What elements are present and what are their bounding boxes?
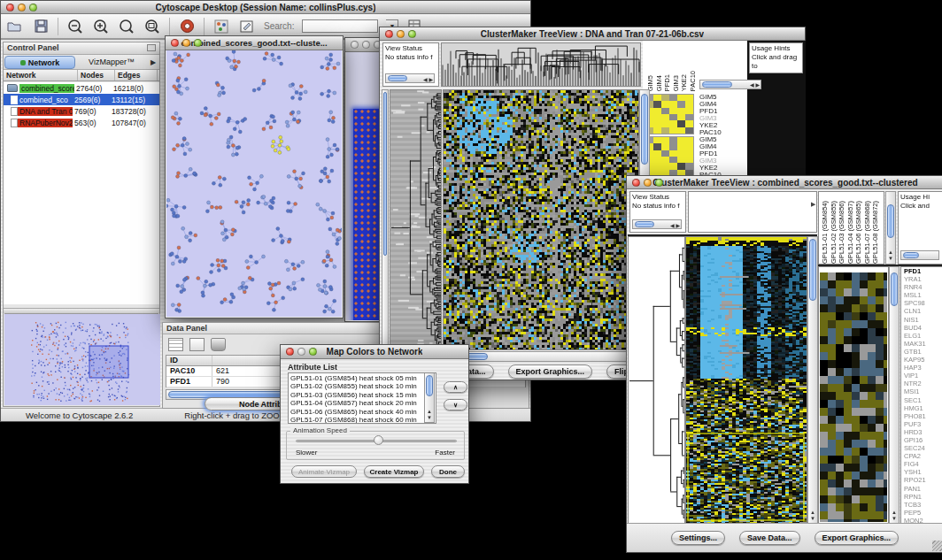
tv2-zoom-heatmap-panel[interactable] xyxy=(818,266,889,525)
search-input[interactable] xyxy=(302,19,378,33)
tv1-heatmap[interactable] xyxy=(443,89,639,350)
close-button[interactable] xyxy=(351,41,359,49)
scroll-arrows-icon[interactable]: ◀ ▶ xyxy=(670,221,680,230)
divider-arrow-icon[interactable]: ▶ xyxy=(811,201,815,208)
tab-overflow-icon[interactable]: ▶ xyxy=(147,58,159,66)
dialog-titlebar[interactable]: Map Colors to Network xyxy=(281,345,468,359)
import-network-icon[interactable] xyxy=(212,18,230,35)
close-button[interactable] xyxy=(385,30,393,38)
scroll-arrows-icon[interactable]: ◀ ▶ xyxy=(750,81,760,88)
open-file-icon[interactable] xyxy=(6,18,24,35)
treeview1-title: ClusterMaker TreeView : DNA and Tran 07-… xyxy=(481,29,704,39)
done-button[interactable]: Done xyxy=(431,465,465,478)
tv1-zoom-matrix-2[interactable] xyxy=(645,136,694,177)
tv2-gene-label: GPI16 xyxy=(904,436,942,444)
birdseye-thumbnail xyxy=(4,314,160,405)
network-table-row[interactable]: DNA and Tran 07769(0)183728(0) xyxy=(4,105,159,117)
slower-label: Slower xyxy=(296,449,317,456)
tv2-gene-label: NTR2 xyxy=(904,380,942,387)
zoom-selected-icon[interactable] xyxy=(118,18,135,35)
annotation-icon[interactable] xyxy=(238,18,256,35)
tv2-gene-label: FIG4 xyxy=(904,460,942,468)
minimize-button[interactable] xyxy=(644,179,652,187)
tv1-left-scrollbar[interactable] xyxy=(382,89,389,350)
tab-network[interactable]: Network xyxy=(4,56,75,69)
network-table-row[interactable]: RNAPuberNov2+I563(0)107847(0) xyxy=(4,117,159,128)
tv1-zoom-matrix-1[interactable] xyxy=(645,94,694,134)
move-down-button[interactable]: ∨ xyxy=(444,399,467,410)
matrix-cell xyxy=(685,163,693,169)
minimize-button[interactable] xyxy=(397,30,405,38)
tab-vizmapper[interactable]: VizMapper™ xyxy=(77,56,146,69)
attribute-list-item[interactable]: GPL51-07 (GSM868) heat shock 60 min xyxy=(290,416,434,424)
zoom-in-icon[interactable] xyxy=(92,18,110,35)
tv2-column-dendrogram[interactable] xyxy=(688,191,817,233)
delete-attribute-icon[interactable] xyxy=(211,338,226,351)
birdseye-view[interactable] xyxy=(4,313,158,405)
close-button[interactable] xyxy=(171,39,179,47)
tv1-zoom-hscrollbar[interactable]: ◀ ▶ xyxy=(699,80,761,89)
tv1-export-graphics-button[interactable]: Export Graphics... xyxy=(508,364,593,379)
zoom-fit-icon[interactable] xyxy=(143,18,161,35)
zoom-button[interactable] xyxy=(309,348,317,356)
minimize-button[interactable] xyxy=(18,4,26,12)
zoom-button[interactable] xyxy=(408,30,416,38)
tv1-row-dendrogram[interactable] xyxy=(390,89,442,350)
zoom-button[interactable] xyxy=(194,39,202,47)
attribute-list-item[interactable]: GPL51-02 (GSM855) heat shock 10 min xyxy=(290,382,434,390)
main-titlebar[interactable]: Cytoscape Desktop (Session Name: collins… xyxy=(1,1,530,14)
attribute-list-item[interactable]: GPL51-01 (GSM854) heat shock 05 min xyxy=(290,374,434,382)
tv2-usage-scrollbar[interactable] xyxy=(900,250,939,260)
tv2-vscrollbar[interactable]: ▲▼ xyxy=(807,236,818,525)
close-button[interactable] xyxy=(6,4,14,12)
attribute-list[interactable]: GPL51-01 (GSM854) heat shock 05 minGPL51… xyxy=(288,372,436,424)
tv1-status-scrollbar[interactable]: ◀ ▶ xyxy=(385,73,435,83)
tv2-export-graphics-button[interactable]: Export Graphics... xyxy=(815,531,900,545)
tv2-settings-button[interactable]: Settings... xyxy=(671,531,725,545)
attribute-list-scrollbar[interactable]: ▲▼ xyxy=(424,373,435,423)
zoom-button[interactable] xyxy=(655,179,663,187)
network-table-row[interactable]: combined_scores2764(0)16218(0) xyxy=(4,82,159,94)
resize-grip[interactable] xyxy=(932,541,942,551)
tv2-status-scrollbar[interactable]: ◀ ▶ xyxy=(632,219,682,229)
attribute-list-item[interactable]: GPL51-06 (GSM865) heat shock 40 min xyxy=(290,408,434,416)
close-button[interactable] xyxy=(632,179,640,187)
document-icon xyxy=(11,107,18,116)
help-lifering-icon[interactable] xyxy=(178,18,196,35)
tv2-column-label: GPL51-08 (GSM872) xyxy=(871,201,880,264)
animate-vizmap-button[interactable]: Animate Vizmap xyxy=(291,465,357,478)
treeview2-title: ClusterMaker TreeView : combined_scores_… xyxy=(652,178,917,188)
tv2-zoom-scrollbar[interactable]: ▲▼ xyxy=(889,266,900,525)
matrix-cell xyxy=(669,127,677,134)
zoom-out-icon[interactable] xyxy=(66,18,84,35)
network1-canvas[interactable] xyxy=(166,50,342,317)
tv2-gene-label: KAP95 xyxy=(904,356,942,364)
treeview1-titlebar[interactable]: ClusterMaker TreeView : DNA and Tran 07-… xyxy=(380,27,805,41)
tv2-gene-label: CLN1 xyxy=(904,307,942,315)
close-button[interactable] xyxy=(286,348,294,356)
scroll-arrows-icon[interactable]: ◀ ▶ xyxy=(423,75,433,84)
minimize-button[interactable] xyxy=(297,348,305,356)
tv2-save-data-button[interactable]: Save Data... xyxy=(739,531,800,545)
minimize-button[interactable] xyxy=(182,39,190,47)
treeview2-titlebar[interactable]: ClusterMaker TreeView : combined_scores_… xyxy=(627,176,942,189)
new-attribute-icon[interactable] xyxy=(189,338,205,351)
animation-speed-label: Animation Speed xyxy=(290,426,350,434)
attribute-list-item[interactable]: GPL51-04 (GSM857) heat shock 20 min xyxy=(290,399,434,407)
float-panel-icon[interactable] xyxy=(147,44,156,51)
attribute-table-icon[interactable] xyxy=(168,338,183,351)
move-up-button[interactable]: ∧ xyxy=(444,381,467,393)
save-icon[interactable] xyxy=(32,18,50,35)
tv1-column-dendrogram[interactable] xyxy=(441,42,641,87)
minimize-button[interactable] xyxy=(362,41,370,49)
zoom-button[interactable] xyxy=(29,4,37,12)
tv2-heatmap[interactable] xyxy=(685,236,807,525)
attribute-list-item[interactable]: GPL51-03 (GSM856) heat shock 15 min xyxy=(290,391,434,399)
tv2-labels-scrollbar[interactable]: ▲▼ xyxy=(885,191,896,265)
network1-titlebar[interactable]: combined_scores_good.txt--cluste... xyxy=(166,36,343,50)
network-table-row[interactable]: combined_sco2569(6)13112(15) xyxy=(4,94,159,105)
tv2-row-dendrogram[interactable] xyxy=(628,236,685,525)
slider-knob[interactable] xyxy=(374,435,383,445)
create-vizmap-button[interactable]: Create Vizmap xyxy=(364,465,424,478)
matrix-cell xyxy=(669,157,677,163)
